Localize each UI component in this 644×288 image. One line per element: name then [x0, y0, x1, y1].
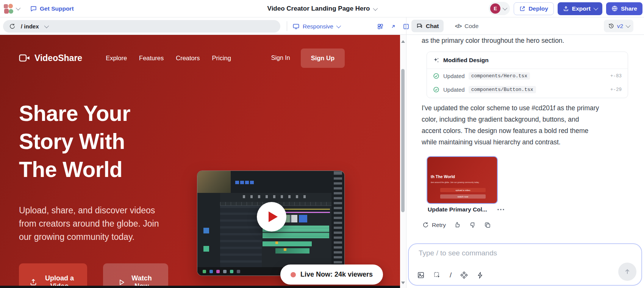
- preview-scrollbar[interactable]: [400, 35, 406, 288]
- app-window: Get Support Video Creator Landing Page H…: [0, 0, 644, 288]
- file-chip: components/Hero.tsx: [469, 72, 530, 80]
- get-support-link[interactable]: Get Support: [30, 5, 74, 12]
- watch-now-button[interactable]: Watch Now: [103, 263, 168, 288]
- tab-chat-label: Chat: [426, 23, 439, 30]
- viewport-selector[interactable]: Responsive: [292, 20, 340, 33]
- copy-button[interactable]: [484, 222, 491, 229]
- chat-bubble-icon: [416, 23, 423, 29]
- export-button[interactable]: Export: [558, 2, 602, 15]
- live-badge-label: Live Now: 24k viewers: [300, 271, 373, 279]
- chat-input-field[interactable]: [419, 249, 623, 266]
- scroll-down-arrow[interactable]: [401, 282, 405, 284]
- scroll-up-arrow[interactable]: [401, 40, 405, 43]
- quick-actions-icon[interactable]: [477, 272, 484, 279]
- play-outline-icon: [118, 279, 125, 286]
- site-navbar: VideoShare Explore Features Creators Pri…: [19, 47, 345, 69]
- nav-link-creators[interactable]: Creators: [176, 55, 200, 62]
- top-header: Get Support Video Creator Landing Page H…: [0, 0, 644, 17]
- code-icon: </>: [455, 23, 461, 29]
- nav-link-pricing[interactable]: Pricing: [212, 55, 231, 62]
- retry-label: Retry: [432, 222, 446, 229]
- open-in-new-icon: [519, 6, 525, 12]
- tab-code-label: Code: [464, 23, 478, 30]
- thumbs-down-button[interactable]: [469, 221, 476, 229]
- version-card-label[interactable]: Update Primary Col...: [428, 206, 487, 213]
- sign-in-link[interactable]: Sign In: [271, 55, 290, 61]
- chat-bubble-icon: [30, 5, 37, 12]
- project-title-dropdown[interactable]: Video Creator Landing Page Hero: [267, 5, 377, 13]
- mini-watch-button: watch now: [440, 194, 486, 199]
- play-icon: [269, 211, 278, 222]
- deploy-label: Deploy: [528, 5, 548, 12]
- history-icon: [608, 23, 614, 29]
- export-label: Export: [572, 5, 591, 12]
- version-label: v2: [617, 23, 623, 30]
- refresh-icon[interactable]: [9, 23, 16, 30]
- hero-video-thumbnail: [197, 171, 345, 276]
- upload-video-button[interactable]: Upload a Video: [19, 263, 87, 288]
- scrollbar-thumb[interactable]: [401, 69, 405, 212]
- header-actions: E Deploy Export Share: [489, 2, 642, 15]
- video-editor-bin: [220, 206, 262, 267]
- message-actions: Retry: [422, 221, 491, 229]
- file-chip: components/Button.tsx: [469, 86, 536, 93]
- thumbs-up-button[interactable]: [454, 221, 461, 229]
- page-title: Video Creator Landing Page Hero: [267, 5, 370, 13]
- attach-image-icon[interactable]: [417, 271, 425, 279]
- open-preview-window-icon[interactable]: [390, 23, 397, 30]
- video-editor-transport-controls: [243, 195, 311, 198]
- check-circle-icon: [433, 73, 439, 79]
- version-history-button[interactable]: v2: [604, 20, 633, 32]
- sign-up-button[interactable]: Sign Up: [301, 49, 345, 68]
- video-editor-timecode: [235, 181, 255, 184]
- upload-icon: [563, 6, 569, 12]
- globe-icon: [611, 5, 618, 12]
- modified-design-title: Modified Design: [443, 57, 489, 64]
- nav-link-features[interactable]: Features: [139, 55, 164, 62]
- nav-link-explore[interactable]: Explore: [106, 55, 127, 62]
- more-options-icon[interactable]: [497, 208, 505, 211]
- chevron-down-icon: [503, 6, 508, 11]
- share-button[interactable]: Share: [606, 2, 642, 15]
- assistant-message: I've updated the color scheme to use #cd…: [422, 102, 634, 148]
- tab-chat[interactable]: Chat: [411, 20, 444, 32]
- tab-code[interactable]: </> Code: [450, 20, 483, 32]
- chat-input-box[interactable]: /: [408, 243, 642, 286]
- play-button[interactable]: [257, 202, 286, 232]
- get-support-label: Get Support: [40, 5, 74, 12]
- hero-cta-group: Upload a Video Watch Now: [19, 263, 168, 288]
- video-editor-tools: [197, 193, 220, 275]
- mini-hero-title: th The World: [431, 174, 455, 179]
- send-button[interactable]: [618, 263, 636, 281]
- video-editor-preview-clip: [197, 171, 231, 193]
- account-menu[interactable]: E: [489, 2, 510, 15]
- avatar: E: [490, 3, 500, 14]
- retry-icon: [422, 222, 429, 228]
- site-logo[interactable]: VideoShare: [19, 53, 82, 63]
- mini-upload-button: upload a video: [440, 188, 486, 192]
- chat-panel: as the primary color throughout the hero…: [406, 35, 644, 288]
- site-auth-group: Sign In Sign Up: [271, 49, 345, 68]
- url-bar[interactable]: / index: [3, 20, 280, 33]
- mini-hero-description: ders around the globe. Join our growing …: [431, 181, 495, 183]
- retry-button[interactable]: Retry: [422, 222, 446, 229]
- hero-heading: Share Your Story With The World: [19, 99, 182, 183]
- chevron-down-icon: [593, 6, 598, 11]
- assistant-message-partial: as the primary color throughout the hero…: [422, 37, 564, 45]
- deploy-button[interactable]: Deploy: [514, 2, 554, 15]
- app-logo-menu[interactable]: [4, 4, 19, 14]
- preview-pane: VideoShare Explore Features Creators Pri…: [0, 35, 400, 288]
- component-grid-icon[interactable]: [377, 23, 384, 30]
- site-nav-links: Explore Features Creators Pricing: [106, 55, 231, 62]
- version-preview-card[interactable]: th The World ders around the globe. Join…: [427, 156, 498, 204]
- copy-icon: [484, 222, 491, 229]
- slash-command-icon[interactable]: /: [450, 271, 452, 279]
- select-element-icon[interactable]: [433, 271, 441, 279]
- panel-divider: [406, 17, 406, 35]
- live-now-badge: Live Now: 24k viewers: [280, 265, 383, 285]
- preview-toolbar: / index Responsive: [0, 17, 644, 35]
- integrations-icon[interactable]: [460, 271, 468, 279]
- video-editor-effects-list: [331, 171, 344, 275]
- app-logo-icon: [4, 4, 14, 14]
- thumbs-down-icon: [469, 221, 476, 229]
